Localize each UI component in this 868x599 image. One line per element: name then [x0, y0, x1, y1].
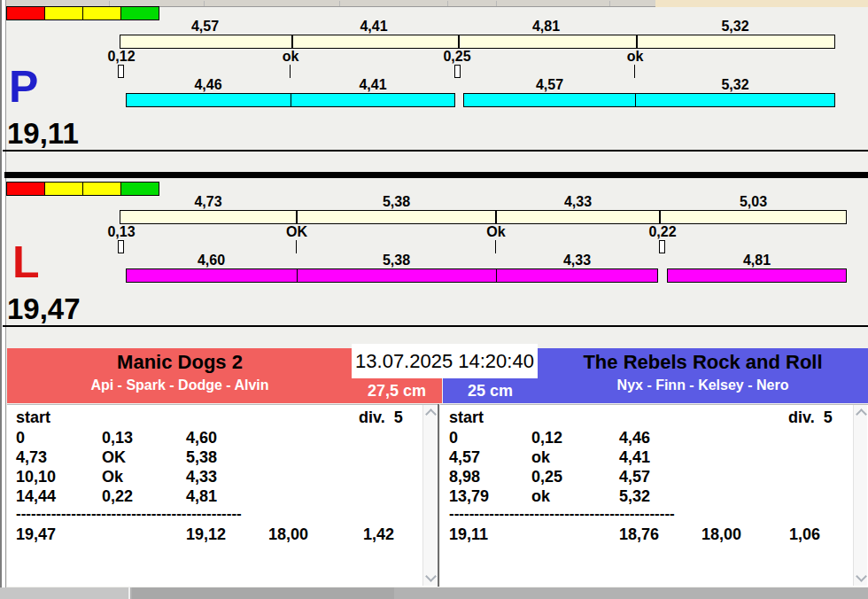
jump-height-right: 25 cm	[443, 378, 538, 403]
section-divider-line	[3, 325, 868, 327]
table-total: 19,11	[449, 525, 488, 543]
table-cell: 14,44	[16, 487, 56, 505]
scrollbar-left-panel[interactable]	[422, 405, 437, 586]
light-red	[6, 6, 45, 20]
bar-tick	[291, 94, 291, 106]
bar-tick	[635, 94, 636, 106]
split-label-p-top-4: 5,32	[635, 19, 835, 34]
datetime-display: 13.07.2025 14:20:40	[352, 344, 538, 378]
mark-label-l-3: Ok	[469, 224, 523, 239]
mark-label-p-4: ok	[608, 49, 662, 64]
table-cell: 10,10	[16, 468, 56, 486]
split-label-l-top-1: 4,73	[120, 194, 297, 209]
jump-height-left: 27,5 cm	[352, 378, 442, 403]
box-pass-marker	[118, 240, 124, 253]
table-cell: 0,12	[531, 429, 562, 447]
taskbar-segment	[132, 587, 394, 599]
lane-total-l: 19,47	[7, 294, 81, 324]
flyball-timing-screen: 4,57 4,41 4,81 5,32 0,12 ok 0,25 ok 4,46…	[0, 0, 868, 599]
line-marker	[290, 65, 291, 78]
split-label-l-top-3: 4,33	[496, 194, 660, 209]
table-total: 18,76	[619, 525, 659, 543]
table-cell: 0	[449, 429, 458, 447]
table-cell: ok	[531, 448, 550, 466]
table-cell: 0,13	[102, 429, 133, 447]
result-panel-right	[440, 404, 868, 587]
table-total: 19,12	[186, 525, 226, 543]
table-cell: 0,22	[102, 487, 133, 505]
table-cell: 4,33	[186, 468, 217, 486]
light-red	[6, 182, 45, 196]
timeline-bar-l	[120, 210, 847, 224]
team-dogs-right: Nyx - Finn - Kelsey - Nero	[538, 377, 868, 393]
light-yellow-1	[44, 6, 83, 20]
split-label-l-top-2: 5,38	[297, 194, 496, 209]
taskbar-strip	[0, 587, 868, 599]
bar-tick	[636, 35, 638, 48]
timeline-bar-p	[120, 35, 835, 49]
lane-letter-l: L	[12, 241, 40, 284]
table-div-label: div. 5	[359, 408, 403, 426]
scroll-up-icon[interactable]	[425, 408, 437, 420]
window-left-border	[0, 0, 6, 587]
dog-bar-l-2	[667, 268, 847, 283]
bar-tick	[496, 269, 497, 282]
lane-total-p: 19,11	[7, 119, 79, 149]
split-label-p-bottom-1: 4,46	[126, 77, 291, 92]
table-div-label: div. 5	[788, 408, 833, 426]
table-total: 18,00	[701, 525, 741, 543]
split-label-l-bottom-2: 5,38	[297, 253, 496, 268]
scroll-up-icon[interactable]	[856, 408, 867, 420]
box-pass-marker	[659, 240, 665, 253]
dog-bar-p-2	[463, 93, 835, 107]
line-marker	[296, 240, 297, 253]
split-label-l-bottom-4: 4,81	[667, 253, 847, 268]
table-cell: ok	[531, 487, 550, 505]
mark-label-l-1: 0,13	[95, 224, 148, 239]
result-panel-left	[7, 404, 438, 587]
bar-tick	[659, 211, 661, 223]
team-name-right: The Rebels Rock and Roll	[538, 351, 868, 374]
table-cell: 0	[16, 429, 25, 447]
bar-tick	[458, 35, 460, 48]
table-total: 18,00	[268, 525, 308, 543]
split-label-l-top-4: 5,03	[660, 194, 847, 209]
team-name-left: Manic Dogs 2	[7, 351, 353, 374]
scrollbar-right-panel[interactable]	[853, 405, 867, 586]
team-dogs-left: Api - Spark - Dodge - Alvin	[7, 377, 353, 393]
table-total: 1,06	[789, 525, 820, 543]
section-divider-line	[3, 150, 868, 152]
table-cell: 4,60	[186, 429, 217, 447]
split-label-p-bottom-2: 4,41	[291, 77, 455, 92]
table-cell: 8,98	[449, 468, 480, 486]
table-total: 1,42	[363, 525, 394, 543]
dog-bar-l-1	[126, 268, 658, 283]
table-cell: 4,57	[449, 448, 480, 466]
top-strip-tan-segment	[655, 0, 868, 7]
lane-letter-p: P	[9, 66, 38, 108]
split-label-p-top-1: 4,57	[120, 19, 291, 34]
table-cell: 13,79	[449, 487, 489, 505]
light-yellow-1	[44, 182, 83, 196]
lane-separator-band	[4, 172, 868, 178]
mark-label-p-3: 0,25	[430, 49, 484, 64]
table-cell: 4,41	[619, 448, 650, 466]
table-cell: 0,25	[531, 468, 562, 486]
split-label-p-top-3: 4,81	[457, 19, 635, 34]
mark-label-p-2: ok	[264, 49, 317, 64]
dog-bar-p-1	[126, 93, 455, 107]
scroll-down-icon[interactable]	[425, 571, 437, 582]
line-marker	[495, 240, 496, 253]
table-start-label: start	[16, 408, 50, 426]
table-cell: OK	[102, 448, 126, 466]
panel-divider	[438, 404, 439, 587]
bar-tick	[291, 35, 293, 48]
line-marker	[634, 65, 635, 78]
split-label-l-bottom-3: 4,33	[496, 253, 658, 268]
table-cell: 4,81	[186, 487, 217, 505]
table-cell: Ok	[102, 468, 123, 486]
table-cell: 5,38	[186, 448, 217, 466]
scroll-down-icon[interactable]	[856, 571, 867, 582]
split-label-p-bottom-4: 5,32	[635, 77, 835, 92]
table-cell: 5,32	[619, 487, 650, 505]
